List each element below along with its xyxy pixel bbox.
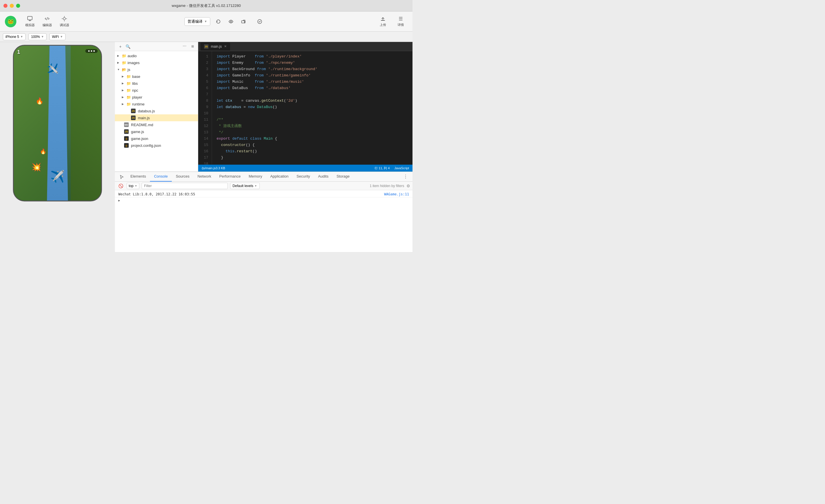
context-value: top [129, 184, 134, 188]
refresh-button[interactable] [214, 17, 223, 26]
search-file-button[interactable]: 🔍 [125, 44, 131, 50]
folder-open-icon: 📂 [122, 68, 126, 72]
tree-item-label: player [132, 95, 142, 99]
tree-item-base[interactable]: ▶ 📁 base [115, 73, 198, 80]
console-settings-button[interactable]: ⚙ [406, 184, 410, 188]
title-bar: wxgame - 微信开发者工具 v1.02.1712280 [0, 0, 412, 11]
inspect-element-button[interactable] [117, 174, 126, 179]
clear-console-button[interactable]: 🚫 [117, 184, 124, 188]
zoom-select[interactable]: 100% ▼ [28, 33, 47, 40]
tab-audits[interactable]: Audits [314, 172, 332, 182]
svg-text:🐸: 🐸 [7, 18, 14, 25]
detail-button[interactable]: 详情 [393, 16, 408, 27]
add-file-button[interactable]: + [117, 44, 124, 50]
tab-close-button[interactable]: ✕ [224, 45, 227, 48]
tab-application-label: Application [270, 174, 289, 178]
tree-item-game-json[interactable]: ▶ {} game.json [115, 135, 198, 142]
preview-mode-button[interactable] [226, 17, 236, 26]
toolbar-center: 普通编译 ▼ [73, 17, 376, 26]
device-value: iPhone 5 [5, 35, 19, 39]
context-selector[interactable]: top ▼ [127, 183, 139, 189]
folder-icon: 📁 [122, 54, 126, 58]
tree-item-player[interactable]: ▶ 📁 player [115, 94, 198, 100]
editor-button[interactable]: 编辑器 [39, 13, 56, 29]
debugger-label: 调试器 [60, 23, 69, 27]
console-message-1: Wechat Lib:1.8.0, 2017.12.22 16:03:55 WA… [115, 191, 412, 197]
tree-item-main-js[interactable]: ▶ JS main.js [115, 114, 198, 121]
tab-sources[interactable]: Sources [172, 172, 194, 182]
chevron-down-icon: ▼ [204, 20, 207, 23]
file-path: /js/main.js [202, 166, 216, 170]
tree-item-label: runtime [132, 102, 145, 106]
tree-item-npc[interactable]: ▶ 📁 npc [115, 87, 198, 94]
split-button[interactable]: ⊞ [189, 44, 196, 50]
tree-item-databus-js[interactable]: ▶ JS databus.js [115, 107, 198, 114]
tab-elements[interactable]: Elements [126, 172, 150, 182]
devtools-more: ⋮ [401, 174, 410, 179]
tab-elements-label: Elements [131, 174, 146, 178]
code-tab-main-js[interactable]: JS main.js ✕ [201, 43, 230, 51]
tree-item-js[interactable]: ▼ 📂 js [115, 66, 198, 73]
tree-item-label: js [128, 68, 130, 72]
chevron-down-icon: ▼ [254, 185, 257, 187]
tab-memory[interactable]: Memory [245, 172, 266, 182]
folder-icon: 📁 [122, 61, 126, 65]
cache-icon [257, 19, 262, 24]
tree-item-label: game.json [131, 137, 148, 141]
enemy-plane: ✈️ [47, 63, 59, 74]
device-select[interactable]: iPhone 5 ▼ [3, 33, 25, 40]
backend-button[interactable] [239, 17, 248, 26]
tree-item-images[interactable]: ▶ 📁 images [115, 59, 198, 66]
folder-icon: 📁 [126, 95, 131, 99]
tab-application[interactable]: Application [266, 172, 293, 182]
console-content: Wechat Lib:1.8.0, 2017.12.22 16:03:55 WA… [115, 190, 412, 252]
console-filter-input[interactable] [142, 183, 228, 189]
chevron-down-icon: ▼ [60, 35, 63, 38]
console-source-link[interactable]: WAGame.js:11 [384, 192, 409, 196]
simulator-panel: 1 ✈️ ✈️ 🔥 🔥 💥 [0, 42, 115, 252]
tab-network[interactable]: Network [194, 172, 215, 182]
tab-console[interactable]: Console [150, 172, 172, 182]
close-button[interactable] [3, 4, 7, 8]
minimize-button[interactable] [10, 4, 14, 8]
tree-item-readme[interactable]: ▶ MD README.md [115, 121, 198, 128]
tab-security[interactable]: Security [292, 172, 314, 182]
tab-performance[interactable]: Performance [215, 172, 244, 182]
tree-item-game-js[interactable]: ▶ JS game.js [115, 128, 198, 135]
code-content[interactable]: 12345 678910 1112131415 1617181920 2122 … [198, 51, 412, 165]
chevron-down-icon: ▼ [41, 35, 44, 38]
upload-button[interactable]: 上传 [376, 16, 390, 27]
maximize-button[interactable] [16, 4, 20, 8]
tab-security-label: Security [296, 174, 310, 178]
folder-icon: 📁 [126, 88, 131, 92]
tree-item-audio[interactable]: ▶ 📁 audio [115, 52, 198, 59]
plus-icon: + [119, 44, 122, 49]
tree-item-label: databus.js [138, 109, 155, 113]
tree-item-project-config[interactable]: ▶ {} project.config.json [115, 142, 198, 149]
cache-button[interactable] [255, 17, 264, 26]
game-menu[interactable] [85, 49, 98, 53]
more-menu-button[interactable]: ··· [181, 44, 188, 50]
split-icon: ⊞ [191, 45, 194, 48]
simulator-icon [27, 15, 33, 22]
backend-icon [241, 19, 246, 24]
log-level-value: Default levels [233, 184, 253, 188]
folder-icon: 📁 [126, 81, 131, 86]
file-tree-actions: + 🔍 [117, 44, 131, 50]
compile-mode-select[interactable]: 普通编译 ▼ [184, 17, 210, 26]
upload-icon [380, 16, 386, 21]
simulator-button[interactable]: 模拟器 [21, 13, 39, 29]
devtools-more-button[interactable]: ⋮ [403, 174, 408, 179]
tree-arrow: ▶ [122, 96, 125, 98]
network-select[interactable]: WiFi ▼ [50, 33, 66, 40]
code-text[interactable]: import Player from './player/index' impo… [212, 51, 412, 165]
language-label: JavaScript [394, 166, 409, 170]
tree-item-runtime[interactable]: ▶ 📁 runtime [115, 100, 198, 107]
tab-storage[interactable]: Storage [332, 172, 354, 182]
debugger-button[interactable]: 调试器 [56, 13, 73, 29]
tab-memory-label: Memory [249, 174, 262, 178]
log-level-select[interactable]: Default levels ▼ [230, 183, 260, 189]
search-icon: 🔍 [126, 44, 131, 49]
tree-arrow: ▶ [117, 54, 121, 57]
tree-item-libs[interactable]: ▶ 📁 libs [115, 80, 198, 87]
